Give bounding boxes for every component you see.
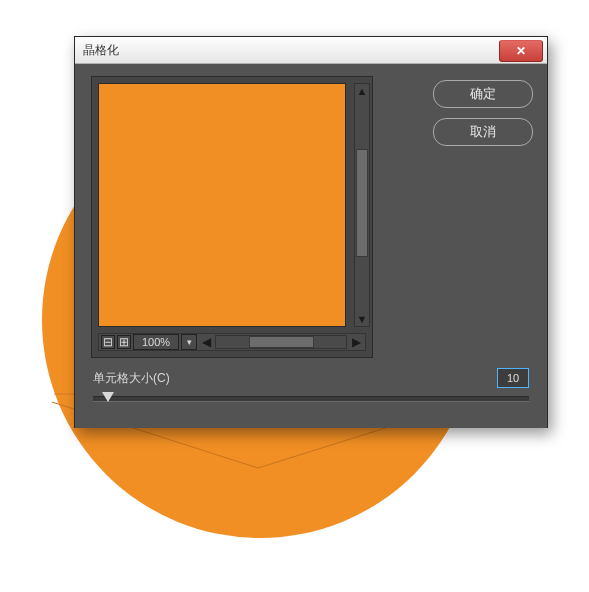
cell-size-slider-thumb[interactable] bbox=[102, 392, 114, 402]
horizontal-scroll-thumb[interactable] bbox=[249, 336, 314, 348]
minus-icon: ⊟ bbox=[103, 336, 113, 348]
scroll-left-arrow-icon[interactable]: ◀ bbox=[199, 335, 213, 349]
scroll-down-arrow-icon[interactable]: ▼ bbox=[355, 312, 369, 326]
cell-size-slider-track[interactable] bbox=[93, 396, 529, 402]
scroll-up-arrow-icon[interactable]: ▲ bbox=[355, 84, 369, 98]
dialog-titlebar[interactable]: 晶格化 ✕ bbox=[75, 37, 547, 64]
preview-horizontal-scrollbar[interactable] bbox=[215, 335, 347, 349]
cell-size-label: 单元格大小(C) bbox=[93, 370, 170, 387]
cell-size-label-row: 单元格大小(C) 10 bbox=[93, 368, 529, 388]
ok-button[interactable]: 确定 bbox=[433, 80, 533, 108]
close-icon: ✕ bbox=[516, 44, 526, 58]
chevron-down-icon: ▾ bbox=[187, 337, 192, 347]
zoom-in-button[interactable]: ⊞ bbox=[117, 335, 131, 349]
close-button[interactable]: ✕ bbox=[499, 40, 543, 62]
zoom-level-field[interactable]: 100% bbox=[133, 334, 179, 350]
preview-zoom-bar: ⊟ ⊞ 100% ▾ ◀ ▶ bbox=[98, 333, 366, 351]
cancel-button[interactable]: 取消 bbox=[433, 118, 533, 146]
plus-icon: ⊞ bbox=[119, 336, 129, 348]
dialog-actions: 确定 取消 bbox=[433, 80, 533, 146]
cell-size-value-field[interactable]: 10 bbox=[497, 368, 529, 388]
dialog-body: ▲ ▼ ⊟ ⊞ 100% ▾ ◀ ▶ bbox=[75, 64, 547, 428]
preview-panel: ▲ ▼ ⊟ ⊞ 100% ▾ ◀ ▶ bbox=[91, 76, 373, 358]
vertical-scroll-thumb[interactable] bbox=[356, 149, 368, 257]
scroll-right-arrow-icon[interactable]: ▶ bbox=[349, 335, 363, 349]
cell-size-parameter: 单元格大小(C) 10 bbox=[93, 368, 529, 418]
zoom-dropdown[interactable]: ▾ bbox=[181, 334, 197, 350]
dialog-title: 晶格化 bbox=[83, 42, 119, 59]
preview-vertical-scrollbar[interactable]: ▲ ▼ bbox=[354, 83, 370, 327]
preview-image[interactable] bbox=[98, 83, 346, 327]
zoom-out-button[interactable]: ⊟ bbox=[101, 335, 115, 349]
crystallize-dialog: 晶格化 ✕ ▲ ▼ ⊟ ⊞ 100% ▾ bbox=[74, 36, 548, 428]
